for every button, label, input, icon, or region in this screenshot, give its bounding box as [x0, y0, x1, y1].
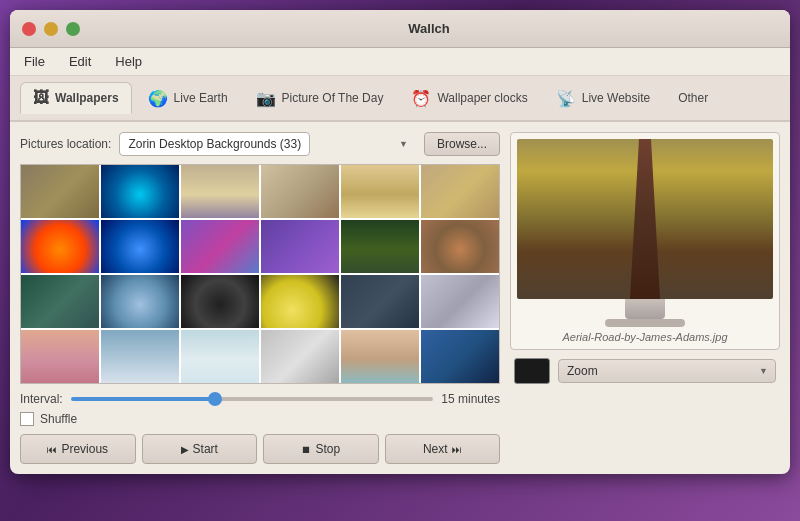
list-item[interactable]	[261, 275, 339, 328]
wallpaper-thumb[interactable]	[21, 220, 99, 273]
tab-wallpapers-label: Wallpapers	[55, 91, 119, 105]
list-item[interactable]	[101, 330, 179, 383]
location-select[interactable]: Zorin Desktop Backgrounds (33)	[119, 132, 310, 156]
zoom-select-wrapper: Zoom Stretch Center Tile	[558, 359, 776, 383]
wallpaper-thumb[interactable]	[21, 165, 99, 218]
tab-live-website[interactable]: 📡 Live Website	[544, 83, 662, 114]
location-label: Pictures location:	[20, 137, 111, 151]
menu-help[interactable]: Help	[111, 52, 146, 71]
shuffle-row: Shuffle	[20, 412, 500, 426]
preview-screen	[517, 139, 773, 299]
list-item[interactable]	[421, 165, 499, 218]
list-item[interactable]	[181, 165, 259, 218]
wallpaper-thumb[interactable]	[261, 275, 339, 328]
picture-of-day-icon: 📷	[256, 89, 276, 108]
wallpaper-thumb[interactable]	[261, 165, 339, 218]
previous-button[interactable]: ⏮ Previous	[20, 434, 136, 464]
window-controls	[22, 22, 80, 36]
stop-label: Stop	[315, 442, 340, 456]
wallpaper-clocks-icon: ⏰	[411, 89, 431, 108]
live-earth-icon: 🌍	[148, 89, 168, 108]
monitor-stand	[625, 299, 665, 319]
color-zoom-row: Zoom Stretch Center Tile	[510, 358, 780, 384]
list-item[interactable]	[21, 330, 99, 383]
shuffle-checkbox[interactable]	[20, 412, 34, 426]
tab-live-earth[interactable]: 🌍 Live Earth	[136, 83, 240, 114]
list-item[interactable]	[21, 165, 99, 218]
start-icon: ▶	[181, 444, 189, 455]
wallpaper-thumb[interactable]	[181, 220, 259, 273]
list-item[interactable]	[101, 220, 179, 273]
wallpaper-thumb[interactable]	[21, 275, 99, 328]
list-item[interactable]	[261, 330, 339, 383]
wallpaper-thumb[interactable]	[421, 330, 499, 383]
list-item[interactable]	[101, 165, 179, 218]
wallpaper-thumb[interactable]	[421, 220, 499, 273]
minimize-button[interactable]	[44, 22, 58, 36]
interval-label: Interval:	[20, 392, 63, 406]
buttons-row: ⏮ Previous ▶ Start ⏹ Stop Next ⏭	[20, 434, 500, 464]
tab-wallpaper-clocks[interactable]: ⏰ Wallpaper clocks	[399, 83, 539, 114]
wallpapers-icon: 🖼	[33, 89, 49, 107]
wallpaper-thumb[interactable]	[21, 330, 99, 383]
wallpaper-thumb[interactable]	[181, 330, 259, 383]
menubar: File Edit Help	[10, 48, 790, 76]
wallpaper-thumb[interactable]	[261, 220, 339, 273]
list-item[interactable]	[261, 220, 339, 273]
live-website-icon: 📡	[556, 89, 576, 108]
location-row: Pictures location: Zorin Desktop Backgro…	[20, 132, 500, 156]
list-item[interactable]	[341, 330, 419, 383]
wallpaper-thumb[interactable]	[261, 330, 339, 383]
close-button[interactable]	[22, 22, 36, 36]
list-item[interactable]	[181, 220, 259, 273]
wallpaper-thumb[interactable]	[421, 275, 499, 328]
wallpaper-thumb[interactable]	[341, 330, 419, 383]
next-button[interactable]: Next ⏭	[385, 434, 501, 464]
zoom-select[interactable]: Zoom Stretch Center Tile	[558, 359, 776, 383]
wallpaper-thumb[interactable]	[181, 275, 259, 328]
list-item[interactable]	[421, 220, 499, 273]
wallpaper-thumb[interactable]	[181, 165, 259, 218]
menu-edit[interactable]: Edit	[65, 52, 95, 71]
stop-button[interactable]: ⏹ Stop	[263, 434, 379, 464]
list-item[interactable]	[341, 220, 419, 273]
wallpaper-thumb[interactable]	[341, 220, 419, 273]
start-button[interactable]: ▶ Start	[142, 434, 258, 464]
slider-thumb[interactable]	[208, 392, 222, 406]
list-item[interactable]	[181, 275, 259, 328]
list-item[interactable]	[21, 220, 99, 273]
maximize-button[interactable]	[66, 22, 80, 36]
list-item[interactable]	[101, 275, 179, 328]
road-visual	[630, 139, 660, 299]
wallpaper-thumb[interactable]	[421, 165, 499, 218]
wallpaper-thumb[interactable]	[101, 330, 179, 383]
list-item[interactable]	[341, 165, 419, 218]
wallpaper-thumb[interactable]	[341, 275, 419, 328]
previous-label: Previous	[61, 442, 108, 456]
content-area: Pictures location: Zorin Desktop Backgro…	[10, 122, 790, 474]
menu-file[interactable]: File	[20, 52, 49, 71]
wallpaper-thumb[interactable]	[101, 220, 179, 273]
list-item[interactable]	[261, 165, 339, 218]
list-item[interactable]	[341, 275, 419, 328]
wallpaper-thumb[interactable]	[101, 165, 179, 218]
next-label: Next	[423, 442, 448, 456]
tab-other[interactable]: Other	[666, 85, 720, 111]
wallpaper-thumb[interactable]	[101, 275, 179, 328]
list-item[interactable]	[181, 330, 259, 383]
list-item[interactable]	[421, 275, 499, 328]
window-title: Wallch	[80, 21, 778, 36]
tab-wallpapers[interactable]: 🖼 Wallpapers	[20, 82, 132, 114]
titlebar: Wallch	[10, 10, 790, 48]
monitor-base	[605, 319, 685, 327]
tab-other-label: Other	[678, 91, 708, 105]
list-item[interactable]	[421, 330, 499, 383]
tab-picture-of-day[interactable]: 📷 Picture Of The Day	[244, 83, 396, 114]
interval-slider[interactable]	[71, 397, 434, 401]
color-swatch[interactable]	[514, 358, 550, 384]
list-item[interactable]	[21, 275, 99, 328]
stop-icon: ⏹	[301, 444, 311, 455]
start-label: Start	[193, 442, 218, 456]
wallpaper-thumb[interactable]	[341, 165, 419, 218]
browse-button[interactable]: Browse...	[424, 132, 500, 156]
